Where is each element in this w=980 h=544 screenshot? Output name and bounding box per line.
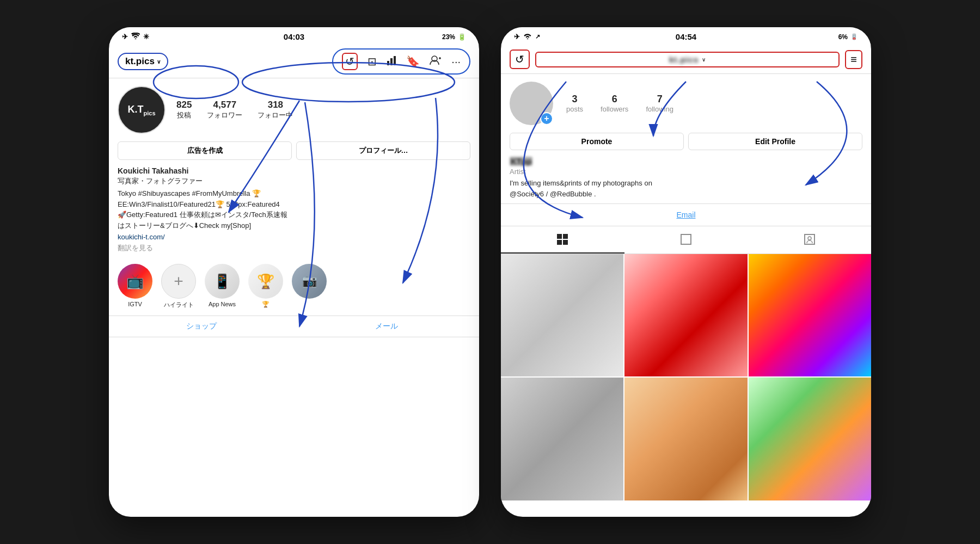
status-left-icons-2: ✈ ↗ — [514, 33, 540, 41]
chart-icon[interactable] — [387, 55, 396, 68]
highlight-appnews-label: App News — [209, 301, 236, 307]
highlights-row-1: 📺 IGTV + ハイライト 📱 App News 🏆 🏆 — [109, 259, 479, 316]
grid-item-1[interactable] — [501, 254, 623, 376]
following-stat-2: 7 following — [646, 94, 673, 113]
bio-text-2: I'm selling items&prints of my photograp… — [510, 178, 862, 199]
following-label: フォロー中 — [258, 110, 293, 120]
avatar-add-button[interactable]: + — [540, 112, 553, 125]
layout-icon[interactable]: ⊡ — [367, 55, 377, 68]
status-right-icons-1: 23% 🔋 — [442, 33, 466, 41]
posts-stat: 825 投稿 — [176, 100, 192, 120]
bio-link-1[interactable]: koukichi-t.com/ — [118, 233, 470, 241]
posts-count: 825 — [176, 100, 192, 110]
history-button-2[interactable]: ↺ — [510, 50, 530, 69]
svg-rect-10 — [563, 234, 568, 239]
battery-percent-1: 23% — [442, 33, 455, 41]
followers-stat: 4,577 フォロワー — [207, 100, 242, 120]
grid-item-2[interactable] — [624, 254, 747, 376]
phone-1: ✈ ✳ 04:03 23% 🔋 kt.pics ∨ ↺ ⊡ — [109, 27, 479, 517]
highlight-appnews[interactable]: 📱 App News — [205, 264, 240, 309]
following-count: 318 — [268, 100, 283, 110]
grid-img-4 — [501, 378, 623, 500]
tab-row-2 — [501, 226, 871, 254]
action-buttons-2: Promote Edit Profile — [510, 133, 862, 150]
promote-button-1[interactable]: 広告を作成 — [118, 141, 292, 160]
chevron-icon-2: ∨ — [702, 57, 706, 63]
bookmark-icon[interactable]: 🔖 — [406, 55, 420, 68]
username-blurred-2: kt.pics — [669, 55, 699, 64]
bio-translate-1[interactable]: 翻訳を見る — [118, 243, 470, 253]
highlight-extra[interactable]: 📷 — [292, 264, 327, 309]
profile-header-1: K.Tpics 825 投稿 4,577 フォロワー 318 フォロー中 — [118, 86, 470, 134]
battery-percent-2: 6% — [838, 33, 848, 41]
grid-img-5 — [624, 378, 747, 500]
main-toolbar-1: kt.pics ∨ ↺ ⊡ 🔖 ··· — [109, 45, 479, 78]
add-person-icon[interactable] — [430, 55, 442, 68]
highlight-trophy-circle: 🏆 — [248, 264, 283, 299]
highlight-add-label: ハイライト — [164, 301, 194, 309]
svg-rect-0 — [387, 61, 389, 65]
promote-button-2[interactable]: Promote — [510, 133, 684, 150]
grid-item-4[interactable] — [501, 378, 623, 500]
location-icon-2: ↗ — [535, 33, 540, 40]
brightness-icon: ✳ — [143, 33, 149, 41]
chevron-icon: ∨ — [157, 59, 161, 65]
edit-profile-button-1[interactable]: プロフィール… — [296, 141, 470, 160]
following-stat: 318 フォロー中 — [258, 100, 293, 120]
username-text: kt.pics — [125, 56, 155, 67]
posts-label: 投稿 — [177, 110, 191, 120]
followers-label: フォロワー — [207, 110, 242, 120]
following-label-2: following — [646, 105, 673, 113]
posts-label-2: posts — [566, 105, 583, 113]
grid-item-6[interactable] — [749, 378, 871, 500]
profile-section-1: K.Tpics 825 投稿 4,577 フォロワー 318 フォロー中 — [109, 78, 479, 160]
shop-tab[interactable]: ショップ — [109, 316, 294, 337]
highlight-trophy-label: 🏆 — [262, 301, 270, 308]
photo-grid-2 — [501, 254, 871, 500]
tab-tagged-2[interactable] — [748, 226, 871, 254]
username-box-2[interactable]: kt.pics ∨ — [535, 52, 840, 67]
followers-stat-2: 6 followers — [601, 94, 628, 113]
bio-name-1: Koukichi Takahashi — [118, 166, 470, 175]
battery-icon-2: 🪫 — [850, 33, 858, 40]
svg-rect-11 — [557, 240, 562, 245]
stats-row-1: 825 投稿 4,577 フォロワー 318 フォロー中 — [176, 100, 470, 120]
svg-rect-14 — [805, 234, 814, 244]
bio-section-1: Koukichi Takahashi 写真家・フォトグラファー Tokyo #S… — [109, 166, 479, 253]
airplane-icon: ✈ — [122, 33, 128, 41]
status-bar-1: ✈ ✳ 04:03 23% 🔋 — [109, 27, 479, 45]
followers-count: 4,577 — [213, 100, 237, 110]
svg-rect-13 — [681, 234, 691, 244]
grid-img-1 — [501, 254, 623, 376]
email-link-2[interactable]: Email — [501, 203, 871, 226]
mail-tab[interactable]: メール — [294, 316, 479, 337]
grid-img-3 — [749, 254, 871, 376]
avatar-initials: K.Tpics — [127, 104, 155, 116]
grid-item-5[interactable] — [624, 378, 747, 500]
edit-profile-button-2[interactable]: Edit Profile — [688, 133, 862, 150]
phone-2: ✈ ↗ 04:54 6% 🪫 ↺ kt.pics ∨ — [501, 27, 871, 517]
highlight-igtv[interactable]: 📺 IGTV — [118, 264, 152, 309]
username-button[interactable]: kt.pics ∨ — [118, 53, 168, 70]
svg-rect-9 — [557, 234, 562, 239]
toolbar-actions-group: ↺ ⊡ 🔖 ··· — [332, 48, 470, 75]
highlight-appnews-circle: 📱 — [205, 264, 240, 299]
wifi-icon-2 — [523, 33, 532, 41]
status-right-icons-2: 6% 🪫 — [838, 33, 858, 41]
svg-rect-2 — [394, 56, 396, 65]
menu-button-2[interactable]: ≡ — [845, 50, 862, 69]
highlight-add-circle: + — [161, 264, 196, 299]
bio-section-2: KTpp Artist I'm selling items&prints of … — [501, 157, 871, 199]
highlight-trophy[interactable]: 🏆 🏆 — [248, 264, 283, 309]
avatar-container-1: K.Tpics — [118, 86, 166, 134]
tab-grid-2[interactable] — [501, 226, 624, 254]
grid-item-3[interactable] — [749, 254, 871, 376]
grid-img-6 — [749, 378, 871, 500]
tab-feed-2[interactable] — [624, 226, 748, 254]
highlight-add[interactable]: + ハイライト — [161, 264, 196, 309]
avatar-1[interactable]: K.Tpics — [118, 86, 166, 134]
highlight-extra-circle: 📷 — [292, 264, 327, 299]
wifi-icon — [131, 33, 140, 41]
history-icon[interactable]: ↺ — [342, 53, 358, 70]
more-icon[interactable]: ··· — [451, 55, 461, 68]
